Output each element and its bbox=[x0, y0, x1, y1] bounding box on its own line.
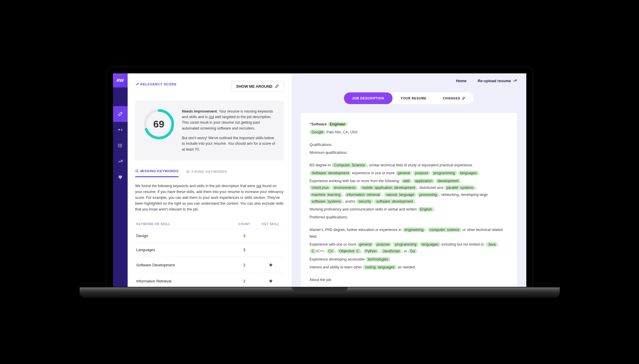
app-logo[interactable]: RW bbox=[113, 73, 128, 87]
svg-point-8 bbox=[136, 170, 138, 172]
chart-up-icon bbox=[513, 79, 517, 83]
topbar: Home Re-upload resume bbox=[292, 73, 526, 86]
laptop-base bbox=[80, 287, 560, 298]
laptop-frame: RW bbox=[106, 66, 533, 298]
wand-icon bbox=[275, 84, 279, 88]
table-row[interactable]: Languages3 bbox=[135, 243, 284, 257]
jd-line: BS degree in Computer Science, similar t… bbox=[310, 162, 508, 169]
tab-found-keywords[interactable]: FOUND KEYWORDS bbox=[186, 169, 227, 177]
seg-job-description[interactable]: JOB DESCRIPTION bbox=[344, 92, 393, 104]
wand-icon bbox=[118, 111, 123, 117]
sidebar-item-chart[interactable] bbox=[113, 153, 128, 169]
jd-title: "Software Engineer bbox=[310, 121, 508, 128]
sidebar-item-handshake[interactable] bbox=[113, 122, 128, 138]
jd-h-min: Minimum qualifications: bbox=[310, 149, 508, 156]
cell-keyword: Design bbox=[135, 229, 231, 243]
laptop-notch bbox=[292, 287, 347, 291]
cell-count: 3 bbox=[231, 243, 258, 257]
score-description: Needs improvement. Your resume is missin… bbox=[182, 109, 276, 153]
jd-h-pref: Preferred qualifications: bbox=[310, 214, 508, 221]
keywords-table: KEYWORD OR SKILL COUNT KEY SKILL Design3… bbox=[135, 219, 284, 287]
check-circle-icon bbox=[186, 170, 190, 173]
screen-bezel: RW bbox=[106, 66, 533, 287]
chart-up-icon bbox=[135, 82, 139, 86]
svg-point-3 bbox=[118, 144, 119, 144]
show-me-around-button[interactable]: SHOW ME AROUND bbox=[231, 81, 284, 92]
intro-text: We found the following keywords and skil… bbox=[135, 183, 284, 212]
jd-line: Interest and ability to learn other codi… bbox=[310, 264, 508, 271]
reupload-link[interactable]: Re-upload resume bbox=[478, 79, 517, 83]
seg-changes[interactable]: CHANGES bbox=[435, 92, 474, 104]
jd-line: Working proficiency and communication sk… bbox=[310, 206, 508, 213]
tab-missing-keywords[interactable]: MISSING KEYWORDS bbox=[135, 169, 179, 177]
cell-count: 3 bbox=[231, 229, 258, 243]
col-keyword: KEYWORD OR SKILL bbox=[135, 219, 231, 229]
cell-key-skill bbox=[258, 229, 284, 243]
jd-line: Software development experience in one o… bbox=[310, 170, 508, 177]
col-count: COUNT bbox=[231, 219, 258, 229]
table-row[interactable]: Software Development2★ bbox=[135, 257, 284, 273]
search-icon bbox=[135, 169, 139, 173]
cell-keyword: Information Retrieval bbox=[135, 273, 231, 287]
score-gauge: 69 bbox=[143, 109, 174, 140]
sidebar: RW bbox=[113, 73, 128, 287]
heart-icon bbox=[118, 175, 123, 180]
segmented-tabs: JOB DESCRIPTION YOUR RESUME CHANGES bbox=[344, 92, 474, 104]
sidebar-item-wand[interactable] bbox=[113, 106, 128, 122]
home-link[interactable]: Home bbox=[456, 79, 467, 83]
cell-count: 2 bbox=[231, 257, 258, 273]
app-screen: RW bbox=[113, 73, 526, 287]
star-icon: ★ bbox=[268, 262, 273, 268]
list-icon bbox=[118, 143, 123, 148]
cell-key-skill: ★ bbox=[258, 273, 284, 287]
jd-line: Master's, PhD degree, further education … bbox=[310, 227, 508, 240]
cell-keyword: Software Development bbox=[135, 257, 231, 273]
svg-line-9 bbox=[137, 172, 138, 172]
cell-key-skill bbox=[258, 243, 284, 257]
jd-line: Experience with one or more general purp… bbox=[310, 241, 508, 255]
chart-icon bbox=[118, 159, 123, 164]
jd-h-about: About the job bbox=[310, 277, 508, 283]
right-panel: Home Re-upload resume JOB DESCRIPTION YO… bbox=[292, 73, 526, 287]
wand-icon bbox=[462, 96, 465, 100]
job-description-card: "Software Engineer Google Palo Alto, CA,… bbox=[301, 113, 517, 287]
relevancy-score-label: RELEVANCY SCORE bbox=[135, 82, 177, 86]
col-key-skill: KEY SKILL bbox=[258, 219, 284, 229]
score-value: 69 bbox=[143, 109, 174, 140]
table-row[interactable]: Design3 bbox=[135, 229, 284, 243]
cell-key-skill: ★ bbox=[258, 257, 284, 273]
sidebar-item-heart[interactable] bbox=[113, 169, 128, 185]
star-icon: ★ bbox=[268, 278, 273, 284]
score-card: 69 Needs improvement. Your resume is mis… bbox=[135, 101, 284, 161]
jd-company-line: Google Palo Alto, CA, USA bbox=[310, 129, 508, 136]
sidebar-item-list[interactable] bbox=[113, 138, 128, 153]
left-panel: RELEVANCY SCORE SHOW ME AROUND bbox=[128, 73, 292, 287]
jd-line: Experience working with two or more from… bbox=[310, 178, 508, 205]
jd-line: Experience developing accessible technol… bbox=[310, 256, 508, 263]
svg-point-5 bbox=[118, 146, 119, 147]
svg-point-4 bbox=[118, 145, 119, 146]
handshake-icon bbox=[118, 127, 123, 132]
jd-h-quals: Qualifications bbox=[310, 142, 508, 148]
cell-keyword: Languages bbox=[135, 243, 231, 257]
seg-your-resume[interactable]: YOUR RESUME bbox=[393, 92, 435, 104]
keyword-tabs: MISSING KEYWORDS FOUND KEYWORDS bbox=[135, 169, 284, 177]
table-row[interactable]: Information Retrieval2★ bbox=[135, 273, 284, 287]
cell-count: 2 bbox=[231, 273, 258, 287]
